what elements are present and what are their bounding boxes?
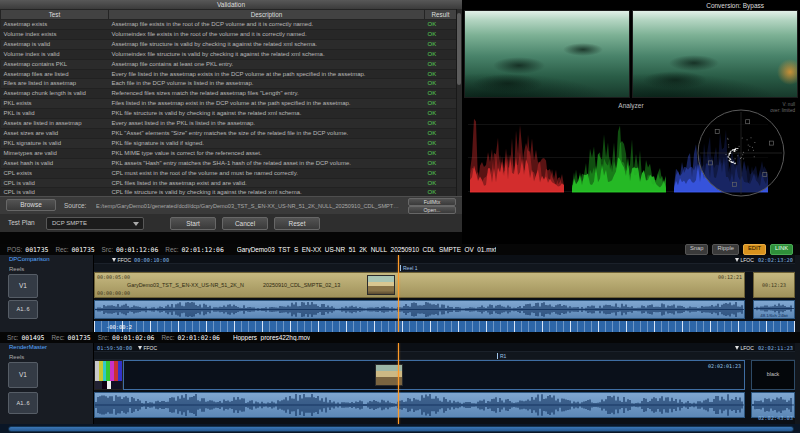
timeline2-reels-row[interactable] <box>94 352 795 360</box>
col-test: Test <box>1 10 109 20</box>
playhead[interactable] <box>398 255 399 332</box>
pos-value: 001735 <box>25 246 48 254</box>
audio-track-button[interactable]: A1..6 <box>8 300 38 319</box>
audio-track-button[interactable]: A1..6 <box>8 392 38 414</box>
timeline1-ruler[interactable] <box>94 255 795 264</box>
sequence-tab[interactable]: RenderMaster <box>9 344 47 350</box>
result-cell: OK <box>425 168 457 178</box>
src-tc-value: 00:01:02:06 <box>112 334 154 342</box>
test-plan-label: Test Plan <box>8 219 35 226</box>
video-clip[interactable]: 00:00:05:00 GaryDemo03_TST_S_EN-XX_US-NR… <box>94 272 745 298</box>
sequence-tab[interactable]: DPComparison <box>9 256 50 262</box>
table-row[interactable]: Volume index existsVolumeindex file exis… <box>1 29 457 39</box>
table-scrollbar-thumb[interactable] <box>457 13 461 85</box>
preview-monitor-left <box>464 10 630 98</box>
table-row[interactable]: Volume index is validVolumeindex file st… <box>1 49 457 59</box>
lfoc-marker[interactable]: LFOC <box>735 344 754 351</box>
test-cell: CPL is valid <box>1 188 109 196</box>
result-cell: OK <box>425 178 457 188</box>
reel-marker[interactable]: R1 <box>497 353 506 359</box>
table-row[interactable]: PKL is validPKL file structure is valid … <box>1 109 457 119</box>
test-cell: Assetmap is valid <box>1 39 109 49</box>
rec-tc-label: Rec: <box>161 334 174 341</box>
clip-timecode: 00:00:00:00 <box>97 290 130 296</box>
table-row[interactable]: Asset sizes are validPKL "Asset" element… <box>1 128 457 138</box>
audio-clip[interactable] <box>94 300 745 319</box>
table-row[interactable]: Assets are listed in assetmapEvery asset… <box>1 119 457 129</box>
orange-fish-silhouette <box>777 59 798 85</box>
timeline1-reels-row[interactable] <box>94 264 795 272</box>
black-clip[interactable]: black <box>751 360 795 390</box>
video-track-button[interactable]: V1 <box>8 362 38 388</box>
table-row[interactable]: Assetmap existsAssetmap file exists in t… <box>1 20 457 30</box>
marker-triangle-icon <box>735 258 739 262</box>
table-row[interactable]: Assetmap is validAssetmap file structure… <box>1 39 457 49</box>
ffoc-marker[interactable]: FFOC <box>112 256 131 263</box>
cancel-button[interactable]: Cancel <box>222 217 268 230</box>
src-tc-value: 00:01:12:06 <box>116 246 158 254</box>
snap-button[interactable]: Snap <box>685 244 709 255</box>
color-bars-clip[interactable] <box>94 360 123 390</box>
test-cell: Assetmap exists <box>1 20 109 30</box>
playhead[interactable] <box>398 343 399 424</box>
ruler-timecode-right: 02:02:13:20 <box>758 257 793 263</box>
audio-waveform-svg <box>752 393 794 417</box>
validation-dialog: Validation Test Description Result Asset… <box>0 0 462 232</box>
start-button[interactable]: Start <box>170 217 216 230</box>
col-result: Result <box>425 10 457 20</box>
browse-button[interactable]: Browse <box>6 199 56 211</box>
rec-label: Rec: <box>55 246 68 253</box>
scrollbar-thumb[interactable] <box>8 426 794 432</box>
edit-mode-button[interactable]: EDIT <box>743 244 766 255</box>
description-cell: Referenced files sizes match the related… <box>109 89 425 99</box>
col-description: Description <box>109 10 425 20</box>
link-button[interactable]: LINK <box>770 244 793 255</box>
rec-label: Rec: <box>51 334 64 341</box>
result-cell: OK <box>425 119 457 129</box>
ruler-timecode-right: 02:02:11:23 <box>758 345 793 351</box>
table-row[interactable]: Assetmap files are listedEvery file list… <box>1 69 457 79</box>
description-cell: Assetmap file exists in the root of the … <box>109 20 425 30</box>
tail-video-clip[interactable]: 00:12:23 <box>753 272 795 298</box>
timeline1-zoom-scrollbar[interactable]: -00:00:2 <box>94 320 795 332</box>
timeline2-ruler[interactable] <box>94 343 795 352</box>
description-cell: CPL files listed in the assetmap exist a… <box>109 178 425 188</box>
reel-marker[interactable]: Reel 1 <box>400 265 417 271</box>
loaded-filename: Hoppers_prores422hq.mov <box>233 334 310 341</box>
fullmtx-button[interactable]: FullMtx <box>408 198 456 206</box>
table-row[interactable]: Assetmap contains PKLAssetmap file conta… <box>1 59 457 69</box>
description-cell: CPL file structure is valid by checking … <box>109 188 425 196</box>
lfoc-marker[interactable]: LFOC <box>735 256 754 263</box>
ffoc-marker[interactable]: FFOC <box>138 344 157 351</box>
ripple-button[interactable]: Ripple <box>712 244 738 255</box>
tail-audio-clip[interactable]: 48.1/6ch 24bit <box>753 300 795 319</box>
table-row[interactable]: PKL existsFiles listed in the assetmap e… <box>1 99 457 109</box>
src-tc-label: Src: <box>102 246 113 253</box>
description-cell: Volumeindex file structure is valid by c… <box>109 49 425 59</box>
clip-timecode: 00:12:21 <box>718 274 742 280</box>
test-plan-dropdown[interactable]: DCP SMPTE <box>46 217 144 230</box>
description-cell: PKL assets "Hash" entry matches the SHA-… <box>109 158 425 168</box>
table-row[interactable]: CPL is validCPL files listed in the asse… <box>1 178 457 188</box>
table-row[interactable]: CPL existsCPL must exist in the root of … <box>1 168 457 178</box>
table-row[interactable]: CPL is validCPL file structure is valid … <box>1 188 457 196</box>
rec-tc-value: 02:01:12:06 <box>181 246 223 254</box>
result-cell: OK <box>425 109 457 119</box>
result-cell: OK <box>425 158 457 168</box>
audio-waveform-svg <box>95 301 744 318</box>
rec-value: 001735 <box>68 334 91 342</box>
table-row[interactable]: Assetmap chunk length is validReferenced… <box>1 89 457 99</box>
table-row[interactable]: PKL signature is validPKL file signature… <box>1 138 457 148</box>
test-cell: Asset sizes are valid <box>1 128 109 138</box>
timeline2-scrollbar[interactable] <box>0 424 800 433</box>
reset-button[interactable]: Reset <box>274 217 320 230</box>
fish-silhouette <box>669 55 719 71</box>
analyzer-panel: Analyzer V: null over: limited <box>462 100 800 244</box>
table-row[interactable]: Mimetypes are validPKL MIME type value i… <box>1 148 457 158</box>
video-track-button[interactable]: V1 <box>8 274 38 298</box>
table-row[interactable]: Files are listed in assetmapEach file in… <box>1 79 457 89</box>
video-clip[interactable]: 02:02:01:23 <box>123 360 745 390</box>
audio-clip[interactable] <box>94 392 745 418</box>
table-row[interactable]: Asset hash is validPKL assets "Hash" ent… <box>1 158 457 168</box>
result-cell: OK <box>425 69 457 79</box>
